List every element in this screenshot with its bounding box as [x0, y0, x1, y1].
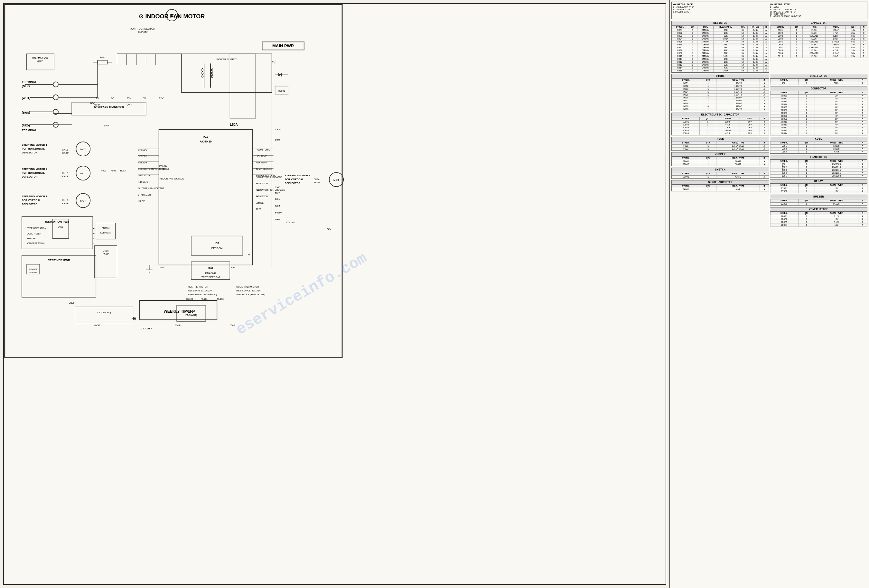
svg-text:INDICATOR: INDICATOR	[138, 181, 150, 183]
coil-section: COIL SYMBOL QTY MODEL TYPE M L0011100uHA…	[770, 137, 868, 154]
mounting-info: MOUNTING FACE A: COMPONENT SIDE S: SOLDE…	[672, 1, 868, 19]
table-row: R0081CARBON47K5%1/4WA	[672, 49, 769, 52]
svg-text:RX: RX	[327, 227, 331, 230]
table-row: BZ0011PIEZOA	[770, 203, 867, 206]
table-row: R0041CARBON100K5%1/4WA	[672, 38, 769, 40]
schematic-area: eserviceinfo.com ⊙ INDOOR FAN MOTOR M JO…	[3, 3, 666, 585]
buzzer-section: BUZZER SYMBOL QTY MODEL TYPE M BZ0011PIE…	[770, 195, 868, 206]
svg-text:FOR VERTICAL: FOR VERTICAL	[285, 178, 304, 181]
mounting-face-title: MOUNTING FACE	[673, 3, 769, 6]
table-row: D01011S2473A	[672, 108, 769, 111]
table-row: EC0041100uF16VR	[672, 129, 769, 132]
svg-text:TEST EEPROM: TEST EEPROM	[202, 275, 220, 278]
svg-text:HA: HA	[132, 317, 136, 320]
table-row: SW0011MICROA	[672, 176, 769, 179]
mounting-face-item-1: A: COMPONENT SIDE	[673, 6, 769, 9]
fuse-table: SYMBOL QTY MODEL TYPE M F00113.15A 250VA…	[672, 141, 769, 151]
svg-text:STEP OPERATION: STEP OPERATION	[27, 227, 46, 230]
svg-text:C1 (CN1 HO): C1 (CN1 HO)	[97, 311, 111, 314]
table-row: C0081ELEC47uF25VR	[770, 49, 867, 52]
svg-text:STEPPING MOTOR 2: STEPPING MOTOR 2	[22, 167, 47, 170]
surge-section: SURGE ARRESTER SYMBOL QTY MODEL TYPE M S…	[672, 180, 769, 191]
osc-col-mounting: M	[858, 79, 867, 82]
bz-col-qty: QTY	[798, 200, 815, 203]
table-row: D00811N4007A	[672, 102, 769, 105]
parts-list-area: MOUNTING FACE A: COMPONENT SIDE S: SOLDE…	[669, 0, 869, 588]
osc-col-model: MODEL TYPE	[815, 79, 858, 82]
svg-text:DEFLECTOR: DEFLECTOR	[22, 203, 38, 206]
table-row: D00711N4007A	[672, 99, 769, 102]
jp-col-qty: QTY	[700, 157, 716, 160]
sw-col-symbol: SYMBOL	[672, 172, 700, 176]
table-row: R0051CARBON4.7K5%1/4WA	[672, 40, 769, 43]
table-row: D00611N4007A	[672, 96, 769, 99]
osc-col-qty: QTY	[798, 79, 815, 82]
svg-text:(RED): (RED)	[22, 124, 30, 127]
svg-text:5V: 5V	[272, 61, 276, 64]
table-row: EC0011100uF16VR	[672, 121, 769, 123]
svg-text:INDICATION PWB: INDICATION PWB	[45, 220, 70, 223]
svg-text:IT-LINK: IT-LINK	[286, 221, 295, 224]
resistor-col-tol: TOL	[738, 26, 747, 29]
ry-col-qty: QTY	[798, 184, 815, 187]
switch-title: SWITCH	[672, 168, 769, 172]
table-row: RY002112VA	[770, 190, 867, 193]
svg-text:MOT: MOT	[80, 172, 86, 175]
tr-col-model: MODEL TYPE	[815, 160, 858, 163]
sa-col-qty: QTY	[700, 185, 716, 188]
table-row: CN00415PA	[770, 103, 867, 106]
svg-text:EEPROM: EEPROM	[159, 168, 169, 170]
svg-text:35V: 35V	[127, 97, 132, 100]
capacitor-table: SYMBOL QTY TYPE VALUE VOLT M C0011ELEC10…	[770, 25, 868, 58]
svg-text:FOR HORIZONTAL: FOR HORIZONTAL	[22, 172, 45, 174]
table-row: R0141CARBON47K5%1/4WA	[672, 67, 769, 70]
svg-text:ROOM TEMP INDICATOR: ROOM TEMP INDICATOR	[255, 176, 282, 178]
fuse-col-symbol: SYMBOL	[672, 142, 700, 145]
table-row: CN00612PA	[770, 109, 867, 112]
cn-col-qty: QTY	[798, 91, 815, 95]
svg-text:5V: 5V	[110, 97, 114, 100]
svg-text:PA-5P: PA-5P	[62, 152, 68, 154]
table-row: D00111S2473A	[672, 82, 769, 85]
svg-text:RESISTANCE: 10K/25R: RESISTANCE: 10K/25R	[188, 289, 212, 292]
table-row: CN00814PA	[770, 115, 867, 118]
svg-text:FOR HORIZONTAL: FOR HORIZONTAL	[22, 147, 45, 150]
svg-text:RL111: RL111	[201, 298, 208, 300]
fuse-title: FUSE	[672, 137, 769, 141]
zd-col-mounting: M	[858, 212, 867, 215]
parts-columns-2: DIODE SYMBOL QTY MODEL TYPE M D00111S247…	[672, 74, 868, 228]
table-row: EC005147uF25VR	[672, 132, 769, 135]
svg-text:DEFLECTOR: DEFLECTOR	[22, 151, 38, 154]
svg-text:SDA: SDA	[275, 204, 281, 207]
resistor-col-mounting: M	[764, 26, 768, 29]
table-row: C0051CERAMIC0.01uF50VT	[770, 40, 867, 43]
connector-title: CONNECTOR	[770, 87, 868, 91]
sa-col-symbol: SYMBOL	[672, 185, 700, 188]
mounting-face-item-3: & SOLDER SIDE	[673, 11, 769, 13]
table-row: R0061CARBON10K5%1/4WA	[672, 43, 769, 46]
svg-text:IT SIDE: IT SIDE	[255, 202, 264, 204]
svg-text:VARIABLE B (3390/3905/96): VARIABLE B (3390/3905/96)	[188, 293, 217, 296]
svg-text:CN11: CN11	[62, 149, 68, 151]
svg-text:CN14: CN14	[314, 178, 320, 181]
table-row: CN01415PA	[770, 132, 867, 135]
svg-text:DN1101: DN1101	[102, 227, 110, 230]
table-row: C0031CERAMIC0.1uF50VT	[770, 35, 867, 38]
ec-col-qty: QTY	[700, 117, 716, 121]
table-row: C0041ELEC10uF25VR	[770, 38, 867, 40]
svg-text:(BRN): (BRN)	[22, 111, 30, 114]
table-row: X00118MHzA	[770, 82, 867, 85]
svg-text:CN15: CN15	[103, 250, 108, 252]
svg-text:INDICATOR: INDICATOR	[255, 182, 268, 185]
transistor-table: SYMBOL QTY MODEL TYPE M Q00112SC2383AQ00…	[770, 160, 868, 178]
svg-text:CN13: CN13	[62, 199, 68, 201]
svg-text:DNAENB: DNAENB	[205, 272, 216, 275]
jumper-table: SYMBOL QTY MODEL TYPE M JP0011SHORTAJP00…	[672, 157, 769, 166]
diode-table: SYMBOL QTY MODEL TYPE M D00111S2473AD002…	[672, 78, 769, 111]
table-row: CN01016PA	[770, 121, 867, 123]
osc-col-symbol: SYMBOL	[770, 79, 798, 82]
svg-text:STEPPING MOTOR 2: STEPPING MOTOR 2	[285, 174, 311, 177]
svg-text:MOT: MOT	[80, 200, 86, 202]
mounting-type-item-1: A: AXIAL	[770, 6, 866, 9]
svg-text:DN1105: DN1105	[187, 310, 195, 312]
